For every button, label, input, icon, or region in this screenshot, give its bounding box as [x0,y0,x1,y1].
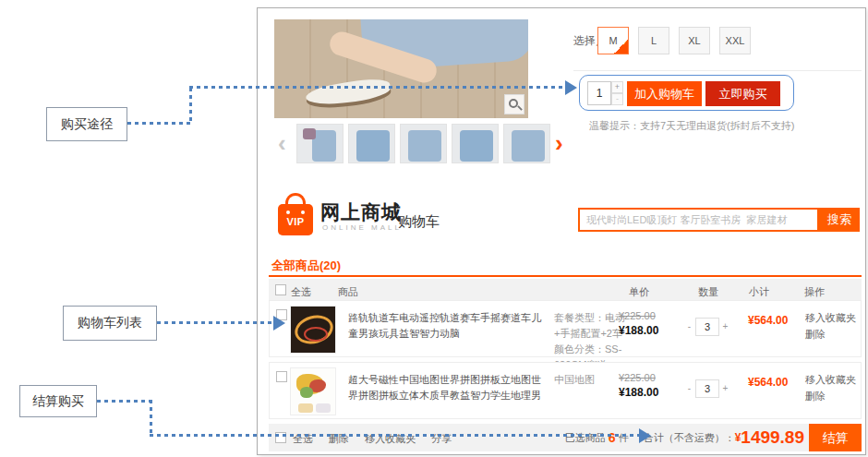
product-title[interactable]: 超大号磁性中国地图世界拼图拼板立地图世界拼图拼板立体木质早教益智力学生地理男 [348,372,544,403]
cart-item-row: 超大号磁性中国地图世界拼图拼板立地图世界拼图拼板立体木质早教益智力学生地理男 中… [269,362,862,419]
row-actions: 移入收藏夹 删除 [805,310,856,343]
annotation-checkout: 结算购买 [19,385,97,417]
brand-bag-icon: VIP [278,204,313,235]
col-quantity: 数量 [698,285,718,299]
cart-footer-bar: 全选 删除 移入收藏夹 分享 已选商品 6 件 合计（不含运费）： ¥ 1499… [269,424,862,451]
search-input[interactable] [578,208,819,232]
item-checkbox[interactable] [276,371,287,382]
cart-item-row: 路轨轨道车电动遥控轨道赛车手摇赛道车儿童男孩玩具益智智力动脑 套餐类型：电动+手… [269,300,862,357]
increase-button[interactable]: + [719,380,731,397]
product-image-map[interactable] [290,367,336,415]
annotation-arrow-icon [273,316,285,331]
col-actions: 操作 [804,285,825,299]
select-all-checkbox[interactable] [275,284,286,295]
increase-button[interactable]: + [719,319,731,335]
cart-section-title: 全部商品(20) [271,258,341,274]
col-price: 单价 [629,285,649,299]
row-subtotal: ¥564.00 [748,314,788,327]
row-quantity-value[interactable]: 3 [695,318,719,336]
search-button[interactable]: 搜索 [819,208,860,232]
annotation-line [157,321,273,324]
quantity-decrease-button[interactable]: - [611,93,623,105]
thumbnail-2[interactable] [348,124,395,163]
annotation-line [189,88,192,125]
section-divider [573,70,862,71]
next-arrow-icon[interactable]: › [555,123,563,163]
checkout-button[interactable]: 结算 [809,424,862,451]
product-main-image[interactable] [274,19,528,118]
annotation-arrow-icon [639,428,651,443]
annotation-line [97,400,152,403]
annotation-line [127,122,192,125]
quantity-stepper: + - [611,81,623,105]
annotation-cart-list: 购物车列表 [63,306,157,341]
product-image-racetrack[interactable] [290,306,336,354]
selected-unit: 件 [619,431,629,445]
selected-count: 6 [609,430,616,445]
size-option-l[interactable]: L [638,27,669,54]
size-option-m[interactable]: M ✓ [597,27,629,54]
product-price: ¥225.00 ¥188.00 [619,310,683,337]
vip-badge: VIP [278,216,313,227]
product-title[interactable]: 路轨轨道车电动遥控轨道赛车手摇赛道车儿童男孩玩具益智智力动脑 [348,310,544,342]
search-bar: 搜索 [578,208,860,232]
delete-link[interactable]: 删除 [805,389,856,405]
brand-subtitle: ONLINE MALL [322,223,402,232]
annotation-line [150,434,639,437]
thumbnail-1[interactable] [296,124,344,163]
annotation-purchase-path: 购买途径 [46,107,127,141]
row-actions: 移入收藏夹 删除 [805,372,856,404]
currency-symbol: ¥ [735,431,741,444]
move-to-favorites-link[interactable]: 移入收藏夹 [805,310,856,327]
sandal-photo-shape [305,77,392,109]
row-quantity-value[interactable]: 3 [695,379,719,398]
row-subtotal: ¥564.00 [748,376,788,389]
page-title: 购物车 [398,213,440,231]
total-amount: 1499.89 [741,427,804,448]
buy-now-button[interactable]: 立即购买 [705,81,780,106]
decrease-button[interactable]: - [683,319,695,335]
size-option-xl[interactable]: XL [679,27,710,54]
delete-link[interactable]: 删除 [805,327,856,343]
selected-label: 已选商品 [565,431,606,445]
add-to-cart-button[interactable]: 加入购物车 [627,81,702,106]
annotation-line [150,400,152,437]
col-select-all: 全选 [291,285,311,299]
thumbnail-strip: ‹ › [274,123,570,165]
checkout-summary: 已选商品 6 件 合计（不含运费）： ¥ 1499.89 [565,424,804,451]
quantity-increase-button[interactable]: + [611,81,623,93]
prev-arrow-icon[interactable]: ‹ [278,123,286,163]
col-product: 商品 [338,285,358,299]
size-option-xxl[interactable]: XXL [719,27,751,54]
thumbnail-4[interactable] [452,124,499,163]
zoom-icon[interactable] [504,94,524,114]
product-cart-panel: ‹ › 选择尺码: M ✓ L XL XXL 1 + - 加入购物车 立即购买 … [257,7,866,455]
section-title-underline [269,275,862,277]
decrease-button[interactable]: - [683,380,695,397]
selected-check-icon: ✓ [614,40,628,54]
quantity-input[interactable]: 1 [587,81,611,105]
thumbnail-5[interactable] [503,124,550,163]
thumbnail-3[interactable] [400,124,447,163]
annotation-line [189,86,565,89]
brand-name: 网上商城 [320,199,402,225]
annotation-arrow-icon [565,80,577,95]
return-policy-tip: 温馨提示：支持7天无理由退货(拆封后不支持) [589,119,794,133]
col-subtotal: 小计 [749,285,769,299]
move-to-favorites-link[interactable]: 移入收藏夹 [805,372,856,389]
total-label: 合计（不含运费）： [644,431,735,445]
product-price: ¥225.00 ¥188.00 [619,372,683,399]
